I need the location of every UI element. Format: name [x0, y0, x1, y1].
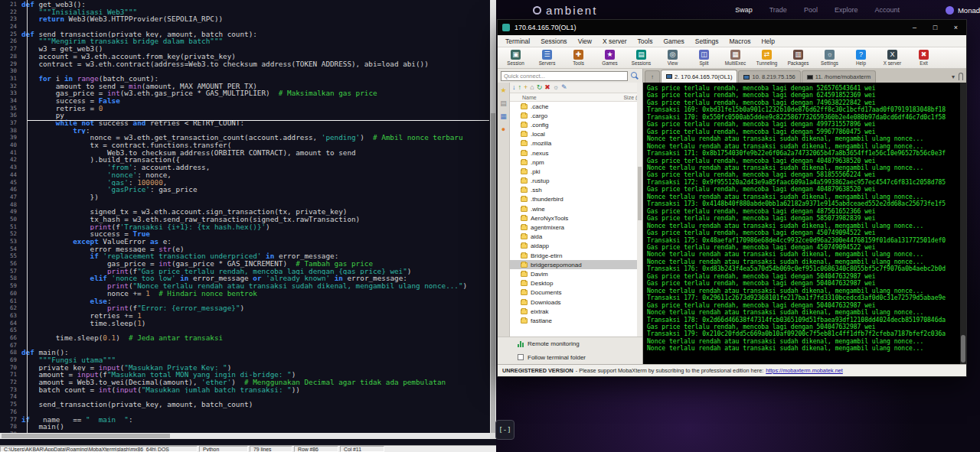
folder-local[interactable]: .local: [510, 130, 642, 139]
macros-panel-icon[interactable]: ●: [501, 125, 505, 133]
nav-link-trade[interactable]: Trade: [769, 6, 787, 14]
folder-eixtrak[interactable]: eixtrak: [510, 307, 642, 316]
menu-x-server[interactable]: X server: [597, 37, 632, 45]
follow-terminal-folder-checkbox[interactable]: [518, 354, 524, 360]
terminal-tab-2-170-64-165-70-ol1[interactable]: 2. 170.64.165.70(OL1): [661, 70, 737, 83]
sftp-panel-icon[interactable]: ▦: [500, 112, 507, 120]
folder-nexus[interactable]: .nexus: [510, 148, 642, 158]
maximize-button[interactable]: □: [925, 20, 946, 35]
menu-settings[interactable]: Settings: [690, 37, 724, 45]
folder-rustup[interactable]: .rustup: [510, 177, 642, 186]
settings-icon[interactable]: ☼: [553, 83, 559, 92]
folder-aida[interactable]: aida: [510, 233, 642, 242]
folder-aidapp[interactable]: aidapp: [510, 242, 642, 251]
new-folder-icon[interactable]: +: [524, 83, 528, 92]
toolbar-split-button[interactable]: ◫Split: [688, 47, 720, 68]
menu-view[interactable]: View: [573, 37, 597, 45]
file-list-scrollbar-thumb[interactable]: [638, 167, 642, 220]
toolbar-view-button[interactable]: ◎View: [657, 47, 688, 68]
edit-icon[interactable]: ✎: [561, 83, 567, 92]
folder-ssh[interactable]: .ssh: [510, 186, 642, 195]
split-icon: ◫: [699, 50, 709, 60]
attach-icon[interactable]: [959, 73, 963, 80]
folder-mozilla[interactable]: .mozilla: [510, 139, 642, 148]
search-icon[interactable]: [630, 71, 639, 80]
toolbar-session-button[interactable]: ▣Session: [500, 47, 531, 68]
stop-icon[interactable]: ✖: [544, 83, 550, 92]
menu-games[interactable]: Games: [658, 37, 689, 45]
chevron-down-icon[interactable]: ▾: [952, 73, 955, 80]
code-editor[interactable]: 21def get_web3():22 """Inisialisasi Web3…: [0, 0, 496, 445]
editor-horizontal-scrollbar-thumb[interactable]: [2, 434, 170, 438]
nav-link-explore[interactable]: Explore: [835, 6, 858, 14]
menu-sessions[interactable]: Sessions: [535, 37, 573, 45]
window-titlebar[interactable]: 170.64.165.70(OL1) – □ ×: [498, 20, 966, 35]
minimize-button[interactable]: –: [904, 20, 925, 35]
line-number: 66: [0, 334, 21, 342]
toolbar-settings-button[interactable]: ☼Settings: [814, 47, 845, 68]
folder-agentmixera[interactable]: agentmixera: [510, 223, 642, 232]
folder-label: fastlane: [531, 317, 552, 324]
toolbar-servers-button[interactable]: ☰Servers: [531, 47, 563, 68]
nav-link-account[interactable]: Account: [874, 6, 900, 14]
menu-macros[interactable]: Macros: [724, 37, 756, 45]
line-number: 36: [0, 112, 21, 119]
terminal-output[interactable]: Gas price terlalu rendah, mencoba lagi d…: [643, 83, 966, 364]
toolbar-exit-button[interactable]: ✖Exit: [908, 47, 939, 68]
toolbar-help-button[interactable]: ?Help: [845, 47, 877, 68]
home-icon[interactable]: ⌂: [530, 83, 534, 92]
menu-tools[interactable]: Tools: [632, 37, 658, 45]
menu-terminal[interactable]: Terminal: [500, 37, 535, 45]
nav-link-pool[interactable]: Pool: [804, 6, 818, 14]
folder-aeronyxtools[interactable]: AeroNyxTools: [510, 213, 642, 223]
tools-panel-icon[interactable]: ▤: [500, 99, 507, 107]
folder-desktop[interactable]: Desktop: [510, 279, 642, 288]
folder-documents[interactable]: Documents: [510, 288, 642, 298]
line-number: 41: [0, 149, 21, 157]
terminal-scrollbar[interactable]: [960, 83, 966, 364]
editor-horizontal-scrollbar[interactable]: [0, 433, 490, 439]
toolbar-tunneling-button[interactable]: ⇄Tunneling: [751, 47, 782, 68]
folder-bridgersepomonad[interactable]: bridgersepomonad: [510, 260, 642, 269]
toolbar-tools-button[interactable]: ✚Tools: [563, 47, 594, 68]
toolbar-x-server-button[interactable]: XX server: [877, 47, 908, 68]
folder-cargo[interactable]: .cargo: [510, 111, 642, 120]
menu-help[interactable]: Help: [756, 37, 779, 45]
follow-terminal-folder-label: Follow terminal folder: [528, 354, 586, 361]
folder-config[interactable]: .config: [510, 120, 642, 129]
remote-monitoring-button[interactable]: Remote monitoring: [498, 337, 642, 350]
folder-davim[interactable]: Davim: [510, 269, 642, 278]
folder-icon: [521, 132, 528, 137]
upload-icon[interactable]: ↑: [518, 83, 522, 92]
terminal-tab-10-8-219-75-156[interactable]: 10. 8.219.75.156: [738, 70, 800, 83]
folder-cache[interactable]: .cache: [510, 102, 642, 111]
tab-scroll-up-button[interactable]: ↑: [645, 70, 660, 83]
folder-npm[interactable]: .npm: [510, 158, 642, 167]
editor-vertical-scrollbar[interactable]: [490, 0, 496, 433]
quick-connect-input[interactable]: [501, 71, 628, 81]
file-list-scrollbar[interactable]: [637, 83, 642, 337]
close-button[interactable]: ×: [946, 20, 966, 35]
nav-link-swap[interactable]: Swap: [735, 6, 753, 14]
toolbar-sessions-button[interactable]: ▤Sessions: [626, 47, 657, 68]
folder-bridge-etirn[interactable]: Bridge-etirn: [510, 251, 642, 260]
folder-fastlane[interactable]: fastlane: [510, 316, 642, 325]
folder-pki[interactable]: .pki: [510, 167, 642, 176]
download-icon[interactable]: ↓: [512, 83, 516, 92]
code-text: except ValueError as e:: [21, 238, 490, 246]
code-line: 51 print(f'Transaksi {i+1}: {tx_hash.hex…: [0, 223, 490, 231]
refresh-icon[interactable]: ↻: [537, 83, 543, 92]
folder-thunderbird[interactable]: .thunderbird: [510, 195, 642, 204]
editor-toggle-badge[interactable]: [-]: [495, 420, 514, 440]
mobatek-link[interactable]: https://mobaxterm.mobatek.net: [766, 367, 843, 374]
toolbar-games-button[interactable]: ★Games: [594, 47, 626, 68]
folder-wine[interactable]: .wine: [510, 204, 642, 213]
wallet-chip[interactable]: Monad: [946, 6, 980, 15]
toolbar-multiexec-button[interactable]: ▦MultiExec: [720, 47, 751, 68]
sessions-star-icon[interactable]: ★: [500, 86, 506, 94]
terminal-scrollbar-thumb[interactable]: [961, 335, 965, 363]
folder-downloads[interactable]: Downloads: [510, 298, 642, 307]
editor-vertical-scrollbar-thumb[interactable]: [491, 113, 495, 434]
terminal-tab-11-home-mobaxterm[interactable]: 11. /home/mobaxterm: [802, 70, 876, 83]
toolbar-packages-button[interactable]: ▥Packages: [782, 47, 814, 68]
